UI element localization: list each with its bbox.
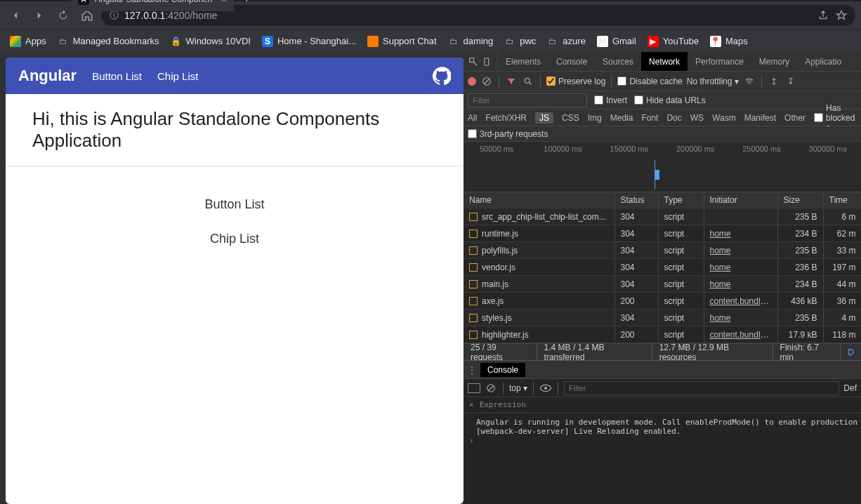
default-levels[interactable]: Def [843,383,857,393]
drawer-menu-icon[interactable]: ⋮ [468,365,476,375]
tab-close-icon[interactable]: × [221,0,227,5]
network-table: NameStatusTypeInitiatorSizeTime src_app_… [464,192,861,343]
type-filter-ws[interactable]: WS [690,113,704,123]
search-icon[interactable] [522,75,534,88]
network-row[interactable]: src_app_chip-list_chip-list_com...304scr… [464,208,861,225]
devtools-tab-network[interactable]: Network [641,52,688,71]
clear-icon[interactable] [480,75,493,88]
github-icon[interactable] [433,67,451,85]
column-header[interactable]: Status [614,192,658,208]
type-filter-img[interactable]: Img [588,113,602,123]
third-party-checkbox[interactable]: 3rd-party requests [468,129,548,139]
console-filter-input[interactable] [564,381,839,395]
network-row[interactable]: runtime.js304scripthome234 B62 m [464,225,861,242]
initiator-link[interactable]: home [710,313,731,323]
type-filter-doc[interactable]: Doc [666,113,681,123]
js-file-icon [469,213,478,221]
column-header[interactable]: Initiator [704,192,777,208]
column-header[interactable]: Name [464,192,614,208]
inspect-icon[interactable] [468,56,479,67]
type-filter-css[interactable]: CSS [562,113,579,123]
invert-checkbox[interactable]: Invert [594,95,627,105]
bookmark-item[interactable]: ▶YouTube [643,34,703,49]
preserve-log-checkbox[interactable]: Preserve log [546,77,605,86]
devtools-tab-performance[interactable]: Performance [688,52,751,71]
network-row[interactable]: vendor.js304scripthome236 B197 m [464,259,861,276]
bookmark-item[interactable]: 📍Maps [706,34,752,49]
nav-button-list[interactable]: Button List [92,70,142,82]
initiator-link[interactable]: home [710,246,731,256]
bookmark-item[interactable]: 🗀Managed Bookmarks [53,34,164,49]
console-log-area[interactable]: Angular is running in development mode. … [464,413,861,504]
status-requests: 25 / 39 requests [464,343,537,362]
initiator-link[interactable]: home [710,263,731,272]
bookmark-item[interactable]: 🗀pwc [500,34,540,49]
type-filter-manifest[interactable]: Manifest [744,113,776,123]
hide-data-urls-checkbox[interactable]: Hide data URLs [634,95,706,105]
reload-button[interactable] [53,6,73,25]
browser-tab[interactable]: A Angular Standalone Componen × [71,0,234,11]
link-button-list[interactable]: Button List [6,187,464,222]
type-filter-fetchxhr[interactable]: Fetch/XHR [485,113,527,123]
bookmark-item[interactable]: 🗀azure [543,34,590,49]
network-filter-input[interactable] [468,93,587,107]
bookmark-item[interactable]: Support Chat [363,34,441,49]
initiator-link[interactable]: home [710,279,731,289]
bookmark-item[interactable]: 🗀daming [444,34,498,49]
devtools-tab-applicatio[interactable]: Applicatio [797,52,849,71]
devtools-tab-sources[interactable]: Sources [595,52,641,71]
new-tab-button[interactable]: + [243,0,251,6]
wifi-icon[interactable] [743,75,756,88]
console-clear-icon[interactable] [485,382,497,394]
bookmark-star-icon[interactable] [836,10,847,21]
initiator-link[interactable]: home [710,229,731,239]
type-filter-wasm[interactable]: Wasm [712,113,736,123]
bookmark-item[interactable]: MGmail [593,34,640,49]
network-status-bar: 25 / 39 requests 1.4 MB / 1.4 MB transfe… [464,343,861,360]
drawer-tab-console[interactable]: Console [480,363,525,377]
bookmark-item[interactable]: 🔒Windows 10VDI [166,34,254,49]
bookmark-icon: 📍 [710,36,721,47]
type-filter-js[interactable]: JS [535,112,553,124]
live-expression-icon[interactable] [539,382,552,394]
type-filter-media[interactable]: Media [610,113,633,123]
network-timeline[interactable]: 50000 ms100000 ms150000 ms200000 ms25000… [464,142,861,192]
upload-icon[interactable]: ↥ [768,75,780,88]
throttling-select[interactable]: No throttling ▾ [687,77,740,86]
initiator-link[interactable]: content.bundle.... [710,330,775,340]
link-chip-list[interactable]: Chip List [6,222,464,256]
share-icon[interactable] [817,10,829,21]
back-button[interactable] [6,6,25,25]
devtools-tabbar: ElementsConsoleSourcesNetworkPerformance… [464,52,861,72]
filter-icon[interactable] [505,75,518,88]
nav-chip-list[interactable]: Chip List [157,70,198,82]
column-header[interactable]: Type [658,192,704,208]
devtools-tab-console[interactable]: Console [548,52,595,71]
context-select[interactable]: top ▾ [509,383,527,393]
type-filter-all[interactable]: All [468,113,477,123]
column-header[interactable]: Time [823,192,861,208]
bookmark-item[interactable]: SHome - Shanghai... [258,34,360,49]
network-row[interactable]: polyfills.js304scripthome235 B33 m [464,242,861,259]
device-toggle-icon[interactable] [482,56,493,67]
network-row[interactable]: highlighter.js200scriptcontent.bundle...… [464,326,861,343]
network-row[interactable]: axe.js200scriptcontent.bundle....436 kB3… [464,293,861,310]
devtools-tab-memory[interactable]: Memory [751,52,797,71]
expression-row[interactable]: × Expression [464,397,861,413]
disable-cache-checkbox[interactable]: Disable cache [617,77,682,86]
type-filter-font[interactable]: Font [641,113,658,123]
console-prompt[interactable]: › [469,436,855,445]
type-filter-other[interactable]: Other [784,113,806,123]
forward-button[interactable] [29,6,49,25]
timeline-tick: 250000 ms [728,145,794,153]
column-header[interactable]: Size [777,192,823,208]
record-button[interactable] [468,77,476,86]
bookmark-item[interactable]: Apps [6,34,51,49]
network-row[interactable]: main.js304scripthome234 B44 m [464,276,861,293]
initiator-link[interactable]: content.bundle.... [710,296,775,306]
brand-label: Angular [18,67,77,85]
console-sidebar-toggle-icon[interactable] [468,383,480,393]
network-row[interactable]: styles.js304scripthome235 B4 m [464,310,861,326]
download-icon[interactable]: ↧ [784,75,797,88]
devtools-tab-elements[interactable]: Elements [498,52,548,71]
